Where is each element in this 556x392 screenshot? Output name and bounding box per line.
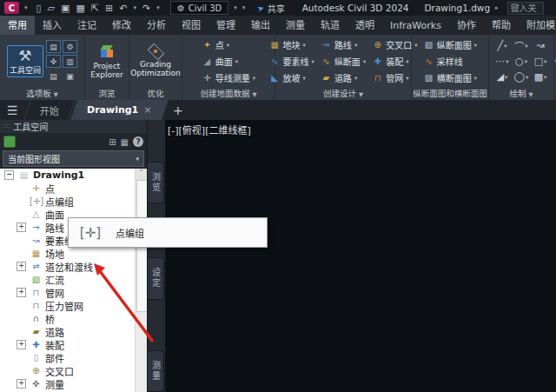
project-explorer-button[interactable]: Project Explorer	[89, 43, 124, 80]
tree-item-sites[interactable]: ▦ 场地	[0, 247, 147, 260]
expand-icon[interactable]: +	[17, 340, 26, 349]
tab-help[interactable]: 帮助	[484, 16, 519, 35]
tree-item-pipe-networks[interactable]: + ⊓ 管网	[0, 286, 147, 299]
grading-optimization-button[interactable]: Grading Optimization	[129, 44, 182, 78]
tab-transparent[interactable]: 透明	[348, 16, 382, 35]
item-view-icon[interactable]: ⊞	[109, 137, 116, 147]
help-icon[interactable]: ?	[133, 136, 143, 147]
save-icon[interactable]: ▣	[61, 3, 70, 14]
points-button[interactable]: ✦ 点▾	[200, 37, 257, 53]
tree-item-point-groups[interactable]: [✛] 点编组	[0, 195, 147, 208]
open-file-icon[interactable]: ▱	[48, 3, 55, 14]
panorama-icon[interactable]: ▦	[121, 137, 129, 147]
event-viewer-icon[interactable]: ▤	[46, 70, 61, 83]
tab-view[interactable]: 视图	[174, 16, 208, 35]
panel-label-design[interactable]: 创建设计 ▼	[275, 88, 411, 100]
scroll-up-icon[interactable]: ˄	[136, 169, 147, 180]
redo-dropdown-icon[interactable]: ▾	[156, 4, 160, 11]
export-icon[interactable]: ⇱	[91, 3, 99, 14]
side-tab-settings[interactable]: 设定	[148, 257, 164, 299]
tab-modify[interactable]: 修改	[104, 16, 139, 35]
civil3d-logo-icon[interactable]: C	[4, 2, 19, 14]
tool-palettes-icon[interactable]: ▥	[63, 55, 77, 68]
collapse-icon[interactable]: −	[4, 170, 14, 180]
draw-fillet-button[interactable]: ◢▾	[493, 70, 512, 85]
tree-item-survey[interactable]: + ✜ 测量	[0, 377, 147, 390]
tree-item-pressure-networks[interactable]: ⊓ 压力管网	[0, 299, 147, 312]
expand-icon[interactable]: +	[17, 223, 26, 232]
profile-button[interactable]: ∿ 纵断面▾	[319, 54, 367, 70]
grading-button[interactable]: ◣ 放坡▾	[268, 70, 316, 86]
menu-icon[interactable]: ☰	[7, 103, 18, 117]
drawing1-tab[interactable]: Drawing1 ×	[70, 100, 168, 120]
tab-analyze[interactable]: 分析	[139, 16, 174, 35]
traverse-button[interactable]: ✛ 导线测量▾	[200, 70, 257, 86]
corridor-button[interactable]: ▰ 道路▾	[319, 70, 367, 86]
draw-ellipse-button[interactable]: ◯▾	[512, 70, 531, 85]
tab-output[interactable]: 输出	[243, 16, 278, 35]
logo-dropdown-icon[interactable]: ▾	[24, 4, 28, 11]
workspace-switcher[interactable]: ⚙ Civil 3D	[170, 1, 228, 15]
tree-item-drawing1[interactable]: − ▤ Drawing1	[0, 169, 147, 182]
tab-infraworks[interactable]: InfraWorks	[382, 17, 449, 35]
new-file-icon[interactable]: ▯	[36, 3, 42, 14]
palette-grip[interactable]: ∷∷	[3, 123, 10, 130]
tab-survey[interactable]: 测量	[278, 16, 313, 35]
title-expand-icon[interactable]: ▸	[495, 4, 499, 11]
tab-annotate[interactable]: 注记	[70, 16, 104, 35]
start-tab[interactable]: 开始	[23, 100, 75, 120]
side-tab-survey[interactable]: 测量	[148, 350, 164, 392]
toolspace-toggle-button[interactable]: ⚒ 工具空间	[7, 45, 43, 77]
close-tab-icon[interactable]: ×	[143, 104, 151, 116]
tree-item-catchments[interactable]: ▧ 汇流	[0, 273, 147, 286]
draw-hatch-button[interactable]: ▩▾	[531, 70, 550, 85]
draw-xline-button[interactable]: ⋯▾	[493, 54, 512, 70]
active-drawing-view-icon[interactable]	[3, 136, 16, 148]
qat-customize-icon[interactable]: ▾	[242, 4, 246, 11]
draw-polyline-button[interactable]: ↝	[531, 38, 550, 54]
parcel-button[interactable]: ▦ 地块▾	[268, 37, 316, 53]
share-button[interactable]: ➤ 共享	[257, 2, 284, 15]
task-pane-icon[interactable]: ▤	[46, 40, 61, 53]
tree-item-subassemblies[interactable]: ▯ 部件	[0, 351, 147, 364]
tab-addins[interactable]: 附加模块	[519, 16, 556, 35]
drawing-canvas[interactable]: [-][俯视][二维线框]	[165, 120, 556, 392]
toolspace-title-bar[interactable]: ∷∷ 工具空间	[0, 120, 147, 133]
tree-item-turnouts-crossovers[interactable]: + ⇌ 道岔和渡线	[0, 260, 147, 273]
properties-icon[interactable]: ⚙	[63, 40, 77, 53]
workspace-dropdown-icon[interactable]: ▾	[234, 4, 237, 11]
plot-icon[interactable]: ⊞	[105, 3, 113, 14]
alignment-button[interactable]: ⇝ 路线▾	[319, 37, 367, 53]
tab-manage[interactable]: 管理	[208, 16, 243, 35]
viewport-controls-label[interactable]: [-][俯视][二维线框]	[168, 123, 251, 136]
draw-line-button[interactable]: ╱▾	[493, 38, 512, 54]
undo-icon[interactable]: ↶	[119, 3, 127, 14]
draw-arc-button[interactable]: ⌒▾	[512, 38, 531, 54]
redo-icon[interactable]: ↷	[142, 3, 150, 14]
side-tab-prospector[interactable]: 浏览	[148, 162, 164, 203]
feature-line-button[interactable]: ∿ 要素线▾	[268, 54, 316, 70]
panel-label-draw[interactable]: 绘制 ▼	[489, 88, 553, 100]
survey-toolspace-icon[interactable]: ✜	[46, 55, 61, 68]
expand-icon[interactable]: +	[17, 288, 26, 297]
tree-item-intersections[interactable]: ⊕ 交叉口	[0, 364, 147, 377]
save-as-icon[interactable]: ▦	[76, 3, 84, 14]
section-views-button[interactable]: ▨ 横断面图▾	[421, 70, 479, 86]
view-selector-dropdown[interactable]: 当前图形视图 ▾	[3, 150, 144, 167]
draw-circle-button[interactable]: ○▾	[512, 54, 531, 70]
tree-item-assemblies[interactable]: + ✚ 装配	[0, 338, 147, 351]
expand-icon[interactable]: +	[17, 262, 26, 271]
panel-label-palettes[interactable]: 选项板 ▼	[0, 88, 84, 100]
profile-view-button[interactable]: ▧ 纵断面图▾	[421, 37, 479, 53]
surfaces-button[interactable]: ◢ 曲面▾	[200, 54, 257, 70]
calculator-icon[interactable]: ▣	[63, 70, 77, 83]
tree-scrollbar[interactable]: ˄	[135, 169, 147, 392]
draw-rectangle-button[interactable]: □▾	[531, 54, 550, 70]
tree-item-bridges[interactable]: ∩ 桥	[0, 312, 147, 325]
undo-dropdown-icon[interactable]: ▾	[134, 4, 137, 11]
tab-rail[interactable]: 轨道	[313, 16, 348, 35]
tree-item-points[interactable]: ✛ 点	[0, 182, 147, 195]
panel-label-ground[interactable]: 创建地面数据 ▼	[182, 88, 275, 100]
help-search-input[interactable]: 键入关	[507, 2, 544, 15]
tab-collaborate[interactable]: 协作	[449, 16, 484, 35]
